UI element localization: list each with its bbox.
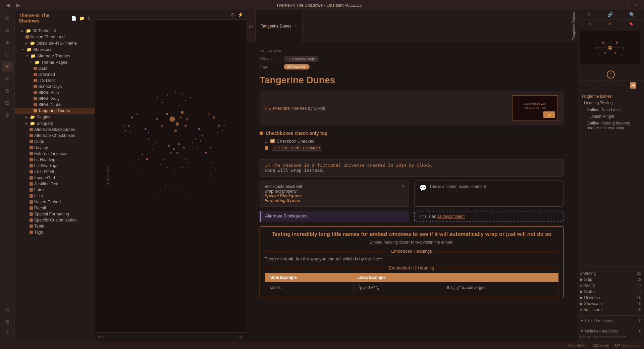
link-icon[interactable]: 🔗 xyxy=(607,12,613,17)
outline-item-long-header[interactable]: Outline loooong loooong header text wrap… xyxy=(580,120,641,131)
outline-item-outline-pane[interactable]: Outline Pane Lines xyxy=(580,106,641,113)
sidebar-item-theme-pages[interactable]: ▼ 📁 Theme Pages xyxy=(15,59,95,65)
sidebar-item-showcase[interactable]: ▼ 📁 Showcase xyxy=(15,46,95,53)
checkbox-input[interactable] xyxy=(270,139,275,143)
sidebar-item-illusion-theme[interactable]: Illusion-Theme.md xyxy=(15,34,95,40)
search-icon[interactable]: 🔍 xyxy=(629,12,635,17)
sidebar-item-alternate-themes[interactable]: ▼ 📁 Alternate Themes xyxy=(15,53,95,59)
settings-icon[interactable]: ⚙ xyxy=(2,316,13,327)
sidebar-item-hcl-headings[interactable]: hcl Headings xyxy=(15,163,95,169)
sidebar-item-image-grid[interactable]: Image Grid xyxy=(15,175,95,181)
outline-icon[interactable]: ≡ xyxy=(608,21,611,27)
community-icon[interactable]: ⊙ xyxy=(2,304,13,315)
tab-close-icon[interactable]: ✕ xyxy=(294,24,297,28)
properties-icon[interactable]: ⚙ xyxy=(587,12,591,17)
daily-notes-icon[interactable]: ⊟ xyxy=(2,97,13,108)
maximize-button[interactable]: □ xyxy=(624,2,631,8)
tag-item-ship[interactable]: ▶ Ship 18 xyxy=(580,277,641,283)
sidebar-item-tags[interactable]: Tags xyxy=(15,229,95,235)
example-table: Table Example Latex Example Tables 0⁄0 a… xyxy=(265,273,558,293)
sidebar-item-latex[interactable]: Latex xyxy=(15,187,95,193)
sort-icon[interactable]: ⇅ xyxy=(87,16,91,21)
file-icon xyxy=(30,176,33,180)
explorer-icon[interactable]: ≡ xyxy=(2,61,13,72)
minimize-button[interactable]: − xyxy=(616,2,622,8)
sidebar-item-slrvb-blue[interactable]: SlRvb Blue xyxy=(15,90,95,96)
templates-icon[interactable]: ⊕ xyxy=(2,109,13,120)
graph-actions-icon[interactable]: ⚡ xyxy=(237,12,243,17)
bookmarks-icon[interactable]: ★ xyxy=(2,37,13,48)
grid-icon[interactable]: ⊞ xyxy=(630,82,636,89)
callout-link[interactable]: ITS Alternate Themes xyxy=(265,106,307,111)
sidebar-item-table[interactable]: Table xyxy=(15,223,95,229)
tag-circle-icon[interactable]: # xyxy=(607,70,615,79)
tag-item-poetry[interactable]: # Poetry 17 xyxy=(580,283,641,289)
up-arrow-icon[interactable]: ↑ xyxy=(615,82,618,89)
graph-settings-icon[interactable]: ⚙ xyxy=(230,12,235,17)
plus-icon[interactable]: + xyxy=(600,82,602,89)
tag-item-universe[interactable]: ▶ Universe 16 xyxy=(580,295,641,301)
sidebar-item-obsidian-its[interactable]: ▶ 📁 Obsidian--ITS-Theme xyxy=(15,40,95,46)
nav-forward-button[interactable]: ▶ xyxy=(14,2,22,8)
no-mentions-text: No unlinked mentions found. xyxy=(580,335,641,339)
sidebar-item-school-days[interactable]: School Days xyxy=(15,84,95,90)
files-icon[interactable]: ⊞ xyxy=(2,13,13,23)
outline-item-heading-testing[interactable]: Heading Testing xyxy=(580,100,641,106)
tab-tangerine-dunes[interactable]: Tangerine Dunes ✕ xyxy=(256,10,303,42)
sidebar-item-specific-customization[interactable]: Specific Customization xyxy=(15,217,95,223)
edit-icon[interactable]: ✏ xyxy=(98,335,102,340)
tag-item-status[interactable]: ▶ Status 17 xyxy=(580,289,641,295)
tag-item-writing[interactable]: # Writing 22 xyxy=(580,270,641,277)
sidebar-item-hc-headings[interactable]: hc Headings xyxy=(15,157,95,163)
outline-item-lookin-alright[interactable]: Lookin' Alright xyxy=(580,113,641,120)
sidebar-item-code[interactable]: Code xyxy=(15,139,95,145)
aside-link[interactable]: aside/comment xyxy=(437,214,465,219)
up-icon[interactable]: ↑ xyxy=(585,82,587,89)
activity-bar: ⊞ ⊕ ★ ⊡ ≡ ◎ ⊛ ⊟ ⊕ ⊙ ⚙ ? xyxy=(0,10,15,342)
sidebar-item-dnd[interactable]: D&D xyxy=(15,65,95,71)
sidebar-item-alt-checkboxes[interactable]: Alternate Checkboxes xyxy=(15,133,95,139)
tag-item-showcase[interactable]: ▶ Showcase 15 xyxy=(580,301,641,307)
sidebar-item-slrvb-nights[interactable]: SlRvb Nights xyxy=(15,102,95,108)
sidebar-item-drowned[interactable]: Drowned xyxy=(15,71,95,78)
close-panel-icon[interactable]: ⊟ xyxy=(246,10,256,42)
sidebar-item-snippets[interactable]: ▶ 📁 Snippets xyxy=(15,120,95,127)
sidebar-item-justified-text[interactable]: Justified Text xyxy=(15,181,95,187)
sidebar-item-plugins[interactable]: ▶ 📁 Plugins xyxy=(15,114,95,120)
sidebar-item-lists[interactable]: Lists xyxy=(15,193,95,199)
sidebar-item-display[interactable]: Display xyxy=(15,145,95,151)
new-note-icon[interactable]: 📄 xyxy=(71,16,76,21)
folder-icon: 📁 xyxy=(35,60,40,65)
graph-view-body[interactable]: Graph view xyxy=(95,20,246,332)
tags-icon[interactable]: ⊛ xyxy=(2,85,13,96)
sidebar-item-naked-embed[interactable]: Naked Embed xyxy=(15,199,95,205)
titlebar-nav: ◀ ▶ xyxy=(4,2,22,8)
close-button[interactable]: ✕ xyxy=(633,2,640,8)
new-folder-icon[interactable]: 📁 xyxy=(79,16,85,21)
tag-value[interactable]: #Showcase xyxy=(284,64,310,69)
sidebar-item-special-formatting[interactable]: Special Formatting xyxy=(15,211,95,217)
outline-item-tangerine-dunes[interactable]: Tangerine Dunes xyxy=(580,93,641,100)
sidebar-item-slrvb-gray[interactable]: SlRvb Gray xyxy=(15,96,95,102)
sidebar-item-00-technical[interactable]: ▶ 📁 00 Technical xyxy=(15,28,95,34)
close-icon[interactable]: ✕ xyxy=(102,335,105,340)
graph-icon[interactable]: ◎ xyxy=(2,73,13,84)
editor-pane[interactable]: METADATA Aliases ↪ Example Note Tags #Sh… xyxy=(246,42,577,342)
nav-back-button[interactable]: ◀ xyxy=(4,2,12,8)
bookmarks-icon[interactable]: 🔖 xyxy=(628,21,634,27)
help-icon[interactable]: ? xyxy=(2,328,13,339)
publish-icon[interactable]: ⊡ xyxy=(2,49,13,60)
svg-line-80 xyxy=(162,119,172,126)
sidebar-item-ib-html[interactable]: i & b HTML xyxy=(15,169,95,175)
sidebar-item-tangerine-dunes[interactable]: Tangerine Dunes xyxy=(15,108,95,114)
sidebar-item-alt-blockquotes[interactable]: Alternate Blockquotes xyxy=(15,127,95,133)
graph-mini-icon[interactable]: ◎ xyxy=(587,21,592,27)
sidebar-item-its-dark[interactable]: ITS Dark xyxy=(15,78,95,84)
tag-item-brainstorm[interactable]: # Brainstorm 10 xyxy=(580,307,641,313)
sidebar-item-external-link[interactable]: External Link Icon xyxy=(15,151,95,157)
table-cell-latex: 0⁄0 and ±∞/∞ xyxy=(354,282,443,293)
search-icon[interactable]: ⊕ xyxy=(2,25,13,36)
sidebar-item-recall[interactable]: Recall xyxy=(15,205,95,211)
file-icon xyxy=(30,225,33,228)
settings-small-icon[interactable]: ⚙ xyxy=(239,335,243,340)
